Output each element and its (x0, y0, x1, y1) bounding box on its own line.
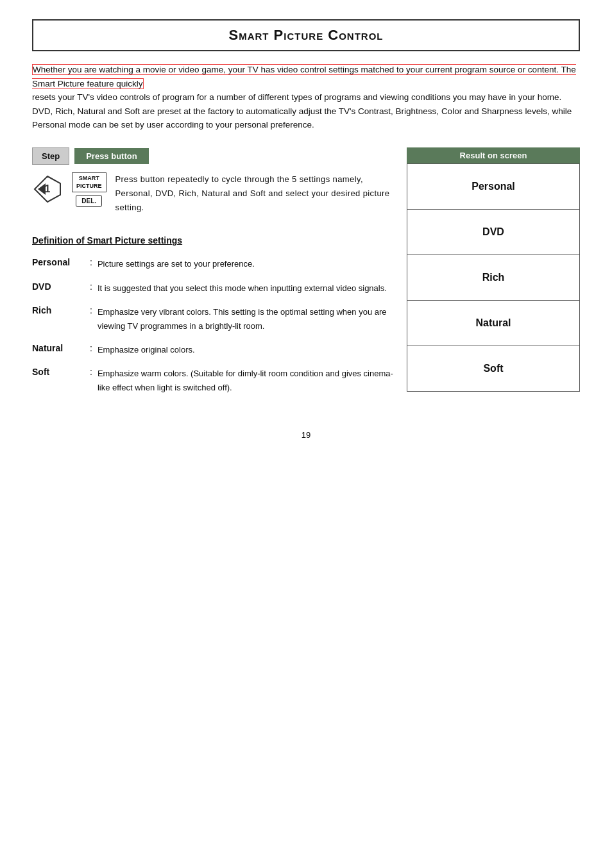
result-option-item: DVD (407, 210, 579, 255)
def-colon: : (90, 305, 92, 315)
button-icon-area: SMART PICTURE DEL. (72, 171, 106, 207)
smart-picture-button: SMART PICTURE (72, 172, 106, 192)
step-number-icon: 1 (32, 174, 63, 204)
right-panel: Result on screen PersonalDVDRichNaturalS… (407, 147, 580, 405)
result-panel-box: PersonalDVDRichNaturalSoft (407, 163, 580, 392)
def-colon: : (90, 257, 92, 267)
definition-title: Definition of Smart Picture settings (32, 235, 394, 246)
definition-row: Rich : Emphasize very vibrant colors. Th… (32, 305, 394, 333)
page-number: 19 (32, 430, 580, 440)
def-term: Personal (32, 257, 90, 267)
intro-highlighted: Whether you are watching a movie or vide… (32, 64, 576, 89)
def-description: Emphasize warm colors. (Suitable for dim… (98, 367, 394, 394)
def-term: DVD (32, 281, 90, 292)
left-panel: Step Press button 1 SMART PICTURE (32, 147, 407, 405)
intro-text: Whether you are watching a movie or vide… (32, 63, 580, 132)
result-options: PersonalDVDRichNaturalSoft (407, 164, 579, 391)
page-title: Smart Picture Control (229, 27, 384, 43)
def-colon: : (90, 343, 92, 353)
definition-row: Natural : Emphasize original colors. (32, 343, 394, 356)
def-description: It is suggested that you select this mod… (98, 281, 394, 295)
step-1-arrow-icon: 1 (33, 174, 62, 204)
step-description: Press button repeatedly to cycle through… (115, 172, 394, 215)
definition-row: DVD : It is suggested that you select th… (32, 281, 394, 295)
def-term: Soft (32, 367, 90, 377)
result-option-item: Soft (407, 346, 579, 391)
definition-section: Definition of Smart Picture settings Per… (32, 235, 394, 394)
def-term: Natural (32, 343, 90, 353)
def-description: Picture settings are set to your prefere… (98, 257, 394, 271)
def-term: Rich (32, 305, 90, 315)
intro-rest: resets your TV's video controls of progr… (32, 92, 572, 129)
page-title-box: Smart Picture Control (32, 19, 580, 51)
def-description: Emphasize original colors. (98, 343, 394, 356)
step-row-1: 1 SMART PICTURE DEL. Press button repeat… (32, 171, 394, 215)
result-option-item: Rich (407, 255, 579, 301)
step-header-row: Step Press button (32, 147, 394, 165)
def-colon: : (90, 281, 92, 292)
del-button: DEL. (76, 195, 102, 207)
main-content: Step Press button 1 SMART PICTURE (32, 147, 580, 405)
result-option-item: Personal (407, 164, 579, 210)
definition-row: Personal : Picture settings are set to y… (32, 257, 394, 271)
def-colon: : (90, 367, 92, 377)
def-description: Emphasize very vibrant colors. This sett… (98, 305, 394, 333)
press-button-label: Press button (74, 148, 148, 164)
definition-table: Personal : Picture settings are set to y… (32, 257, 394, 394)
definition-row: Soft : Emphasize warm colors. (Suitable … (32, 367, 394, 394)
step-label: Step (32, 147, 69, 165)
result-header: Result on screen (407, 147, 580, 163)
result-option-item: Natural (407, 301, 579, 346)
